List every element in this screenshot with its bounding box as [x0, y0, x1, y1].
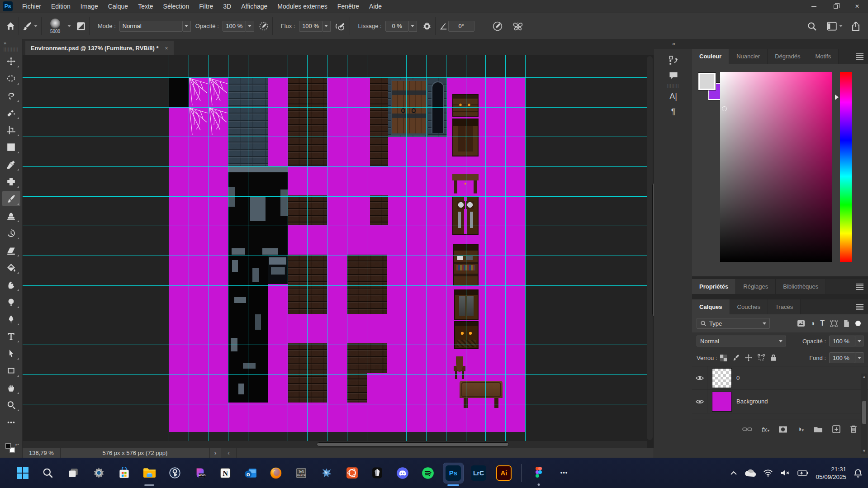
layers-scrollbar-thumb[interactable]: [862, 401, 866, 424]
document-tab[interactable]: Environment.psd @ 137% (Furniture, RVB/8…: [25, 41, 174, 55]
taskbar-lightroom-icon[interactable]: LrC: [469, 463, 489, 483]
layer-fill-chevron[interactable]: [855, 352, 863, 363]
angle-input[interactable]: 0°: [448, 21, 474, 32]
tray-clock[interactable]: 21:31 05/09/2025: [816, 465, 846, 481]
tab-biblioth-ques[interactable]: Bibliothèques: [776, 279, 826, 294]
canvas-horizontal-scrollbar[interactable]: [23, 441, 647, 448]
layer-thumbnail[interactable]: [712, 392, 732, 412]
layer-opacity-chevron[interactable]: [855, 336, 863, 346]
layer-opacity-input[interactable]: 100 %: [829, 336, 855, 346]
lock-pixels-icon[interactable]: [732, 354, 740, 361]
color-panel-menu-icon[interactable]: [856, 52, 863, 61]
brush-preset-picker[interactable]: 5000: [45, 19, 65, 34]
lock-all-icon[interactable]: [770, 354, 777, 361]
layer-filter-toggle[interactable]: [855, 321, 861, 326]
edit-toolbar-tool[interactable]: [2, 414, 20, 430]
mode-select-chevron[interactable]: [183, 21, 191, 32]
smoothing-chevron[interactable]: [409, 21, 417, 32]
taskbar-start-icon[interactable]: [13, 463, 33, 483]
taskbar-firefox-icon[interactable]: [266, 463, 286, 483]
filter-shape-layers-icon[interactable]: [830, 320, 838, 327]
taskbar-photoshop-icon[interactable]: Ps: [443, 463, 463, 483]
mode-select[interactable]: Normal: [119, 21, 183, 32]
taskbar-notion-icon[interactable]: N: [215, 463, 235, 483]
zoom-tool-tool[interactable]: [2, 397, 20, 412]
layer-filter-select[interactable]: Type: [697, 318, 770, 329]
delete-layer-icon[interactable]: [850, 425, 857, 433]
canvas-vertical-scrollbar[interactable]: [647, 56, 653, 440]
tab-couleur[interactable]: Couleur: [692, 49, 729, 64]
history-panel-icon[interactable]: [654, 52, 693, 68]
menu-s-lection[interactable]: Sélection: [158, 0, 194, 13]
crop-tool[interactable]: [2, 122, 20, 137]
add-layer-mask-icon[interactable]: [778, 426, 787, 433]
workspace-switcher-icon[interactable]: [827, 22, 837, 31]
taskbar-outlook-icon[interactable]: o: [241, 463, 261, 483]
status-prev-icon[interactable]: ‹: [221, 448, 236, 458]
menu-modules-externes[interactable]: Modules externes: [272, 0, 332, 13]
tab-motifs[interactable]: Motifs: [808, 49, 839, 64]
tab-calques[interactable]: Calques: [692, 299, 730, 314]
taskbar-store-icon[interactable]: [114, 463, 134, 483]
taskbar-settings-icon[interactable]: [89, 463, 109, 483]
frame-tool[interactable]: [2, 139, 20, 155]
menu-fichier[interactable]: Fichier: [17, 0, 46, 13]
taskbar-spotify-icon[interactable]: [418, 463, 438, 483]
canvas-horizontal-scrollbar-thumb[interactable]: [317, 442, 509, 446]
smoothing-input[interactable]: 0 %: [385, 21, 409, 32]
taskbar-wolf-icon[interactable]: [317, 463, 337, 483]
wifi-icon[interactable]: [763, 469, 773, 477]
paint-bucket-tool[interactable]: [2, 260, 20, 275]
link-layers-icon[interactable]: [742, 426, 752, 432]
eyedropper-tool[interactable]: [2, 156, 20, 172]
marquee-tool[interactable]: [2, 71, 20, 86]
menu-edition[interactable]: Edition: [46, 0, 76, 13]
foreground-background-swatches[interactable]: ↩: [5, 443, 18, 455]
battery-icon[interactable]: [797, 470, 808, 476]
move-tool[interactable]: [2, 53, 20, 69]
filter-smart-objects-icon[interactable]: [843, 320, 850, 327]
hue-strip[interactable]: [840, 72, 852, 262]
layer-style-fx-icon[interactable]: fx▾: [762, 426, 769, 433]
taskbar-search-icon[interactable]: [38, 463, 58, 483]
taskbar-obsidian-icon[interactable]: [367, 463, 387, 483]
taskbar-figma-icon[interactable]: [529, 463, 549, 483]
status-next-icon[interactable]: ›: [210, 448, 221, 458]
swap-colors-icon[interactable]: ↩: [15, 442, 19, 447]
tab-nuancier[interactable]: Nuancier: [729, 49, 768, 64]
airbrush-icon[interactable]: [335, 21, 346, 31]
onedrive-icon[interactable]: [744, 469, 756, 477]
layers-panel-menu-icon[interactable]: [856, 303, 863, 311]
rectangle-tool[interactable]: [2, 363, 20, 378]
taskbar-ubuntu-icon[interactable]: [342, 463, 362, 483]
paragraph-panel-icon[interactable]: ¶: [654, 104, 693, 119]
opacity-pressure-icon[interactable]: [259, 21, 269, 31]
taskbar-more-icon[interactable]: •••: [554, 463, 574, 483]
restore-button[interactable]: [825, 0, 846, 13]
color-saturation-field[interactable]: [720, 72, 832, 262]
flow-chevron[interactable]: [323, 21, 331, 32]
brush-settings-panel-icon[interactable]: [76, 22, 85, 31]
menu-texte[interactable]: Texte: [133, 0, 158, 13]
menu-aide[interactable]: Aide: [364, 0, 387, 13]
path-select-tool[interactable]: [2, 346, 20, 361]
new-group-icon[interactable]: [813, 426, 823, 433]
layers-scroll-down-icon[interactable]: ▼: [861, 449, 867, 453]
brush-tool-icon[interactable]: [23, 22, 32, 31]
share-icon[interactable]: [851, 21, 861, 31]
new-adjustment-layer-icon[interactable]: ◑▾: [797, 425, 804, 434]
menu-filtre[interactable]: Filtre: [194, 0, 218, 13]
zoom-level-field[interactable]: 136,79 %: [23, 448, 61, 458]
layer-name[interactable]: 0: [736, 374, 740, 381]
toolbar-grip[interactable]: ||||||||||: [0, 47, 22, 52]
history-brush-tool[interactable]: [2, 225, 20, 241]
lock-artboard-icon[interactable]: [758, 354, 765, 361]
filter-pixel-layers-icon[interactable]: [797, 320, 805, 327]
document-tab-close-icon[interactable]: ×: [165, 45, 168, 52]
tab-propri-t-s[interactable]: Propriétés: [692, 279, 736, 294]
properties-panel-menu-icon[interactable]: [856, 283, 863, 291]
taskbar-texmaker-icon[interactable]: TeXMAKER: [291, 463, 311, 483]
blend-mode-select[interactable]: Normal: [697, 336, 786, 346]
layers-scrollbar[interactable]: ▲ ▼: [861, 374, 867, 454]
filter-adjustment-layers-icon[interactable]: ◑: [811, 319, 815, 327]
